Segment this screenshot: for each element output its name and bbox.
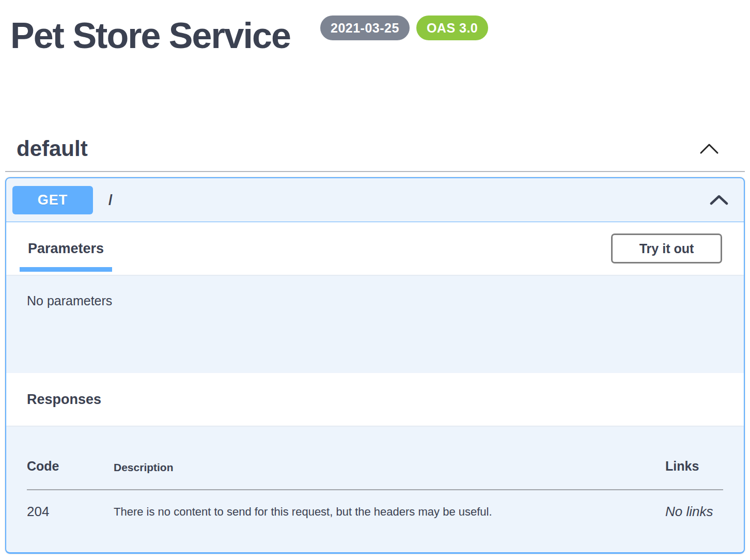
response-code: 204 [27, 504, 114, 520]
tab-parameters[interactable]: Parameters [20, 222, 112, 275]
opblock-summary[interactable]: GET / [6, 178, 744, 222]
operation-path: / [108, 192, 113, 208]
no-parameters-text: No parameters [6, 275, 744, 373]
chevron-up-icon[interactable] [710, 195, 728, 205]
tag-name: default [17, 136, 88, 161]
responses-section-header: Responses [6, 373, 744, 426]
try-it-out-button[interactable]: Try it out [611, 234, 722, 263]
version-badge: 2021-03-25 [320, 15, 410, 40]
response-links: No links [665, 504, 723, 520]
tag-default-header[interactable]: default [5, 126, 745, 172]
responses-title: Responses [27, 392, 101, 408]
swagger-ui-page: Pet Store Service 2021-03-25 OAS 3.0 def… [0, 0, 750, 560]
responses-table-header-row: Code Description Links [27, 459, 723, 474]
chevron-up-icon[interactable] [699, 143, 719, 155]
responses-table: Code Description Links 204 There is no c… [6, 459, 744, 520]
get-method-badge: GET [12, 186, 93, 214]
table-row: 204 There is no content to send for this… [27, 504, 723, 520]
opblock-get-root: GET / Parameters Try it out No parameter… [5, 177, 745, 554]
table-divider [27, 489, 723, 490]
column-header-code: Code [27, 459, 114, 474]
parameters-section-header: Parameters Try it out [6, 222, 744, 275]
column-header-links: Links [665, 459, 723, 474]
page-title: Pet Store Service [10, 18, 290, 54]
title-badges: 2021-03-25 OAS 3.0 [320, 15, 488, 40]
column-header-description: Description [114, 461, 665, 474]
response-description: There is no content to send for this req… [114, 504, 665, 519]
tag-divider [5, 171, 745, 172]
oas-version-badge: OAS 3.0 [416, 15, 488, 40]
